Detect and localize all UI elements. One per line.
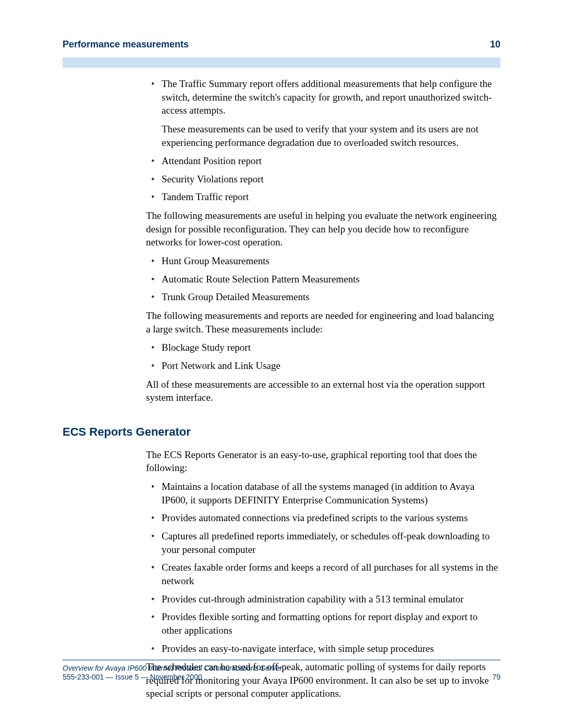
list-item: Provides flexible sorting and formatting…: [146, 610, 500, 637]
header-title: Performance measurements: [63, 39, 189, 50]
list-item: Maintains a location database of all the…: [146, 480, 500, 507]
list-item: Security Violations report: [146, 172, 500, 186]
paragraph: All of these measurements are accessible…: [146, 378, 500, 404]
header-blue-bar: [63, 57, 500, 68]
footer-doc-info: 555-233-001 — Issue 5 — November 2000: [63, 673, 202, 681]
list-item: Attendant Position report: [146, 154, 500, 168]
list-item: Captures all predefined reports immediat…: [146, 529, 500, 556]
paragraph: The following measurements and reports a…: [146, 309, 500, 336]
footer-page-number: 79: [492, 673, 500, 681]
footer-doc-title: Overview for Avaya IP600 Internet Protoc…: [63, 663, 500, 673]
list-item: Tandem Traffic report: [146, 190, 500, 204]
list-item: Automatic Route Selection Pattern Measur…: [146, 273, 500, 286]
bullet-list-ecs: Maintains a location database of all the…: [146, 480, 500, 655]
body-content: The Traffic Summary report offers additi…: [146, 77, 500, 404]
paragraph: The following measurements are useful in…: [146, 209, 500, 249]
bullet-list-1: The Traffic Summary report offers additi…: [146, 77, 500, 204]
header-chapter-number: 10: [490, 39, 500, 50]
page-footer: Overview for Avaya IP600 Internet Protoc…: [63, 660, 500, 681]
list-item-subtext: These measurements can be used to verify…: [162, 122, 500, 149]
list-item: Port Network and Link Usage: [146, 359, 500, 373]
list-item: The Traffic Summary report offers additi…: [146, 77, 500, 149]
list-item: Provides automated connections via prede…: [146, 511, 500, 525]
list-item: Provides cut-through administration capa…: [146, 593, 500, 606]
bullet-list-2: Hunt Group Measurements Automatic Route …: [146, 254, 500, 304]
list-item: Provides an easy-to-navigate interface, …: [146, 642, 500, 656]
section-heading-ecs: ECS Reports Generator: [63, 425, 500, 439]
list-item-text: The Traffic Summary report offers additi…: [162, 78, 492, 116]
list-item: Trunk Group Detailed Measurements: [146, 290, 500, 304]
paragraph: The ECS Reports Generator is an easy-to-…: [146, 448, 500, 475]
bullet-list-3: Blockage Study report Port Network and L…: [146, 341, 500, 372]
page-header: Performance measurements 10: [63, 39, 500, 50]
footer-divider: [63, 660, 500, 660]
list-item: Hunt Group Measurements: [146, 254, 500, 268]
list-item: Creates faxable order forms and keeps a …: [146, 561, 500, 587]
list-item: Blockage Study report: [146, 341, 500, 354]
